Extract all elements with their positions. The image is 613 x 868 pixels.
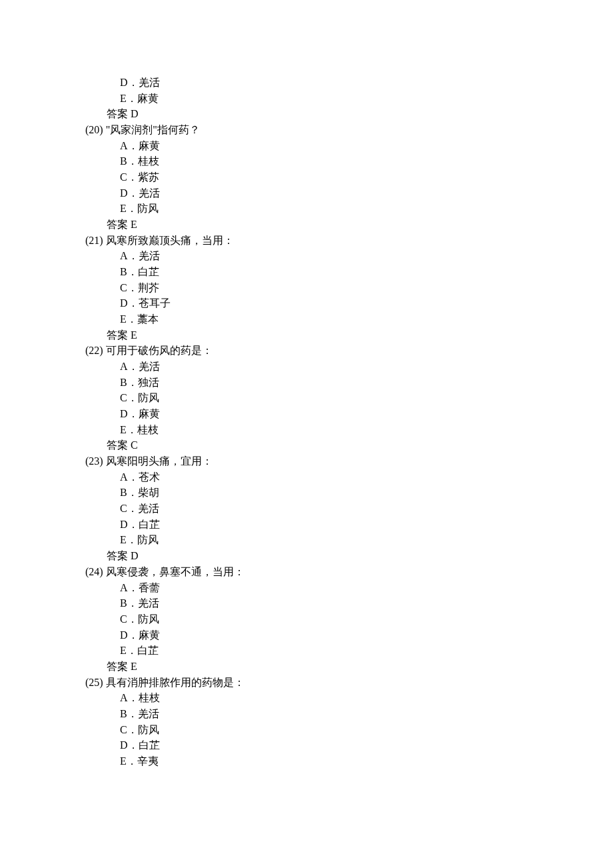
option-letter: A．	[120, 140, 139, 151]
answer-row: 答案 D	[85, 106, 613, 122]
option-row: A．羌活	[85, 359, 613, 375]
question-number: (23)	[85, 455, 106, 467]
option-text: 苍术	[139, 471, 160, 483]
option-letter: D．	[120, 408, 139, 419]
question-row: (24) 风寒侵袭，鼻塞不通，当用：	[85, 564, 613, 580]
option-letter: B．	[120, 266, 138, 277]
option-letter: D．	[120, 297, 139, 309]
option-row: E．防风	[85, 532, 613, 548]
question-row: (22) 可用于破伤风的药是：	[85, 343, 613, 359]
option-letter: D．	[120, 629, 139, 641]
option-letter: B．	[120, 377, 138, 388]
option-letter: E．	[120, 424, 137, 435]
option-letter: C．	[120, 171, 138, 183]
option-text: 白芷	[137, 645, 159, 656]
question-row: (23) 风寒阳明头痛，宜用：	[85, 453, 613, 469]
option-row: E．防风	[85, 201, 613, 217]
question-text: 可用于破伤风的药是：	[106, 345, 213, 356]
option-text: 桂枝	[138, 155, 159, 167]
question-text: 风寒所致巅顶头痛，当用：	[106, 235, 234, 246]
option-text: 桂枝	[139, 692, 160, 703]
answer-label: 答案	[107, 550, 128, 561]
answer-value: E	[128, 219, 137, 230]
option-letter: A．	[120, 361, 139, 372]
option-text: 白芷	[139, 739, 160, 751]
option-row: D．白芷	[85, 737, 613, 753]
answer-value: C	[128, 439, 138, 451]
option-row: E．辛夷	[85, 753, 613, 769]
option-text: 独活	[138, 377, 159, 388]
option-text: 苍耳子	[139, 297, 171, 309]
option-text: 羌活	[138, 597, 159, 609]
option-row: D．羌活	[85, 185, 613, 201]
answer-row: 答案 E	[85, 327, 613, 343]
option-letter: E．	[120, 645, 137, 656]
option-row: B．桂枝	[85, 153, 613, 169]
question-text: "风家润剂"指何药？	[106, 124, 200, 135]
option-text: 羌活	[139, 250, 160, 261]
answer-row: 答案 C	[85, 437, 613, 453]
answer-value: E	[128, 329, 137, 341]
option-row: C．防风	[85, 390, 613, 406]
option-row: D．麻黄	[85, 627, 613, 643]
option-text: 羌活	[139, 187, 160, 199]
question-text: 风寒阳明头痛，宜用：	[106, 455, 213, 467]
option-letter: E．	[120, 93, 137, 104]
answer-value: E	[128, 661, 137, 672]
option-letter: D．	[120, 739, 139, 751]
answer-row: 答案 E	[85, 217, 613, 233]
option-row: C．荆芥	[85, 280, 613, 296]
option-letter: B．	[120, 597, 138, 609]
option-row: E．桂枝	[85, 422, 613, 438]
option-letter: E．	[120, 203, 137, 214]
option-text: 柴胡	[138, 487, 159, 498]
answer-label: 答案	[107, 329, 128, 341]
option-row: A．麻黄	[85, 138, 613, 154]
option-row: A．香薷	[85, 580, 613, 596]
option-row: B．羌活	[85, 706, 613, 722]
option-letter: C．	[120, 724, 138, 735]
answer-label: 答案	[107, 219, 128, 230]
option-text: 麻黄	[139, 629, 160, 641]
option-letter: E．	[120, 755, 137, 767]
option-row: A．桂枝	[85, 690, 613, 706]
option-text: 防风	[138, 392, 159, 403]
option-text: 香薷	[139, 582, 160, 593]
option-text: 防风	[138, 613, 159, 625]
option-row: E．藁本	[85, 311, 613, 327]
question-text: 具有消肿排脓作用的药物是：	[106, 677, 245, 688]
option-row: B．白芷	[85, 264, 613, 280]
option-row: D．白芷	[85, 517, 613, 533]
option-text: 羌活	[139, 77, 160, 88]
document-page: D．羌活E．麻黄答案 D(20) "风家润剂"指何药？A．麻黄B．桂枝C．紫苏D…	[0, 0, 613, 769]
question-number: (22)	[85, 345, 106, 356]
option-row: A．苍术	[85, 469, 613, 485]
option-row: D．羌活	[85, 75, 613, 91]
option-text: 羌活	[138, 503, 159, 514]
option-row: C．防风	[85, 722, 613, 738]
option-letter: C．	[120, 392, 138, 403]
option-text: 白芷	[138, 266, 159, 277]
option-letter: A．	[120, 582, 139, 593]
answer-label: 答案	[107, 661, 128, 672]
option-letter: B．	[120, 487, 138, 498]
option-letter: A．	[120, 471, 139, 483]
option-letter: E．	[120, 313, 137, 325]
option-text: 辛夷	[137, 755, 159, 767]
answer-row: 答案 D	[85, 548, 613, 564]
option-letter: A．	[120, 692, 139, 703]
question-number: (24)	[85, 566, 106, 577]
option-row: B．柴胡	[85, 485, 613, 501]
option-row: C．紫苏	[85, 169, 613, 185]
option-letter: B．	[120, 155, 138, 167]
option-text: 麻黄	[139, 408, 160, 419]
question-number: (25)	[85, 677, 106, 688]
option-text: 白芷	[139, 519, 160, 530]
option-text: 桂枝	[137, 424, 159, 435]
option-row: A．羌活	[85, 248, 613, 264]
option-letter: D．	[120, 519, 139, 530]
answer-label: 答案	[107, 439, 128, 451]
option-row: D．麻黄	[85, 406, 613, 422]
option-letter: D．	[120, 187, 139, 199]
question-text: 风寒侵袭，鼻塞不通，当用：	[106, 566, 245, 577]
